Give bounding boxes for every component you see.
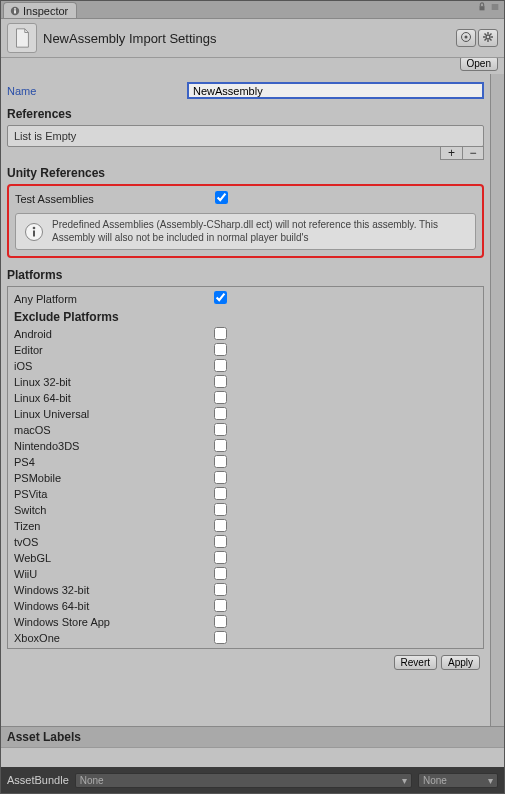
platform-checkbox[interactable] (214, 487, 227, 500)
platform-label: Android (14, 328, 214, 340)
name-row: Name (7, 82, 484, 99)
platform-label: Switch (14, 504, 214, 516)
gear-icon-button[interactable] (478, 29, 498, 47)
vertical-scrollbar[interactable] (490, 74, 504, 726)
platform-checkbox[interactable] (214, 535, 227, 548)
platform-row: PSVita (10, 486, 481, 502)
assetbundle-value: None (80, 775, 104, 786)
platform-label: Linux Universal (14, 408, 214, 420)
inspector-content: Name References List is Empty + − Unity … (1, 74, 490, 726)
chevron-down-icon: ▾ (488, 775, 493, 786)
platform-checkbox[interactable] (214, 503, 227, 516)
svg-point-9 (486, 35, 490, 39)
platform-checkbox[interactable] (214, 455, 227, 468)
platform-row: Linux 64-bit (10, 390, 481, 406)
platform-row: tvOS (10, 534, 481, 550)
asset-labels-title: Asset Labels (7, 730, 81, 744)
add-reference-button[interactable]: + (440, 146, 462, 160)
platforms-box: Any Platform Exclude Platforms AndroidEd… (7, 286, 484, 649)
platform-checkbox[interactable] (214, 391, 227, 404)
platform-row: Linux Universal (10, 406, 481, 422)
platform-checkbox[interactable] (214, 343, 227, 356)
platform-checkbox[interactable] (214, 423, 227, 436)
apply-bar: Revert Apply (7, 649, 484, 676)
exclude-platforms-title: Exclude Platforms (10, 308, 481, 326)
svg-rect-20 (33, 230, 35, 236)
platform-checkbox[interactable] (214, 631, 227, 644)
svg-line-17 (485, 39, 487, 41)
assetbundle-label: AssetBundle (7, 774, 69, 786)
platform-label: PSVita (14, 488, 214, 500)
svg-point-2 (14, 8, 16, 10)
platform-row: Android (10, 326, 481, 342)
platform-checkbox[interactable] (214, 551, 227, 564)
platform-checkbox[interactable] (214, 375, 227, 388)
platform-label: Linux 64-bit (14, 392, 214, 404)
platform-checkbox[interactable] (214, 471, 227, 484)
svg-rect-4 (492, 5, 499, 6)
unity-refs-title: Unity References (7, 166, 484, 180)
platform-label: Windows Store App (14, 616, 214, 628)
references-title: References (7, 107, 484, 121)
apply-button[interactable]: Apply (441, 655, 480, 670)
inspector-window: Inspector NewAssembly Import Settings Op… (0, 0, 505, 794)
platform-label: Windows 64-bit (14, 600, 214, 612)
info-icon (10, 6, 20, 16)
platform-row: Tizen (10, 518, 481, 534)
tab-menu-icon[interactable] (490, 2, 500, 12)
platform-checkbox[interactable] (214, 359, 227, 372)
platform-label: XboxOne (14, 632, 214, 644)
any-platform-checkbox[interactable] (214, 291, 227, 304)
platform-checkbox[interactable] (214, 583, 227, 596)
platform-label: tvOS (14, 536, 214, 548)
platform-label: Tizen (14, 520, 214, 532)
platform-row: Nintendo3DS (10, 438, 481, 454)
platform-row: Linux 32-bit (10, 374, 481, 390)
platform-checkbox[interactable] (214, 439, 227, 452)
platform-label: WiiU (14, 568, 214, 580)
platform-row: PS4 (10, 454, 481, 470)
target-icon-button[interactable] (456, 29, 476, 47)
assetbundle-bar: AssetBundle None ▾ None ▾ (1, 767, 504, 793)
platform-label: PSMobile (14, 472, 214, 484)
platform-label: Windows 32-bit (14, 584, 214, 596)
svg-rect-3 (480, 6, 485, 10)
svg-line-14 (485, 34, 487, 36)
svg-point-8 (465, 36, 468, 39)
svg-line-15 (490, 39, 492, 41)
test-assemblies-row: Test Assemblies (15, 190, 476, 207)
platform-checkbox[interactable] (214, 327, 227, 340)
asset-header: NewAssembly Import Settings (1, 19, 504, 58)
info-text: Predefined Assemblies (Assembly-CSharp.d… (52, 219, 467, 244)
test-assemblies-checkbox[interactable] (215, 191, 228, 204)
lock-icon[interactable] (477, 2, 487, 12)
platform-row: WiiU (10, 566, 481, 582)
tab-inspector[interactable]: Inspector (3, 2, 77, 18)
platform-checkbox[interactable] (214, 519, 227, 532)
assetbundle-variant-value: None (423, 775, 447, 786)
svg-line-16 (490, 34, 492, 36)
platform-label: WebGL (14, 552, 214, 564)
assetbundle-variant-select[interactable]: None ▾ (418, 773, 498, 788)
platform-checkbox[interactable] (214, 407, 227, 420)
name-field[interactable] (187, 82, 484, 99)
svg-rect-6 (492, 9, 499, 10)
remove-reference-button[interactable]: − (462, 146, 484, 160)
platform-checkbox[interactable] (214, 615, 227, 628)
any-platform-label: Any Platform (14, 293, 214, 305)
platform-checkbox[interactable] (214, 567, 227, 580)
page-title: NewAssembly Import Settings (43, 31, 450, 46)
tab-bar: Inspector (1, 1, 504, 19)
references-empty-text: List is Empty (14, 130, 76, 142)
platform-row: Windows Store App (10, 614, 481, 630)
platform-checkbox[interactable] (214, 599, 227, 612)
assetbundle-select[interactable]: None ▾ (75, 773, 412, 788)
platform-label: Editor (14, 344, 214, 356)
platform-label: PS4 (14, 456, 214, 468)
open-button[interactable]: Open (460, 56, 498, 71)
asset-labels-header: Asset Labels (1, 726, 504, 747)
references-toolbar: + − (7, 146, 484, 160)
revert-button[interactable]: Revert (394, 655, 437, 670)
platform-row: Switch (10, 502, 481, 518)
svg-rect-1 (14, 10, 16, 13)
